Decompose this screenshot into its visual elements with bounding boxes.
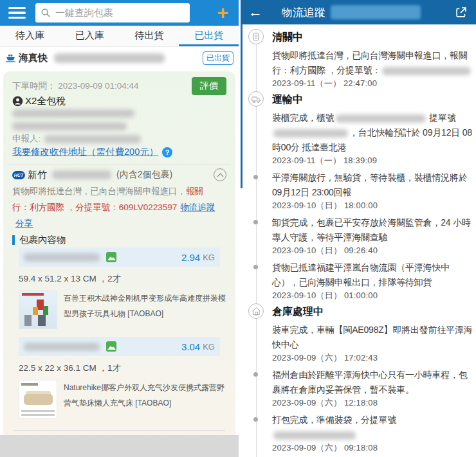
entry-text: 福州倉由於距離平潭海快中心只有一小時車程，包裹將在倉庫內妥善保管，暫不裝車。 — [272, 368, 473, 397]
menu-icon[interactable] — [8, 7, 26, 19]
timeline-entry: 卸貨完成，包裹已平安存放於海關監管倉，24 小時專人守護，等待平潭海關查驗202… — [272, 215, 473, 256]
entry-text: 裝櫃完成，櫃號 提單號 ，台北快輪預計於 09月12日 08時00分 抵達臺北港 — [272, 111, 473, 155]
tracking-panel: ← 物流追蹤 清關中貨物即將抵達台灣，已向台灣海關申報進口，報關行：利方國際 ，… — [241, 0, 476, 457]
package-count: (內含2個包裹) — [116, 169, 172, 181]
entry-timestamp: 2023-09-10（日） 01:00:00 — [272, 290, 473, 301]
photo-icon[interactable] — [106, 252, 116, 262]
entry-text: 貨物已抵達福建平潭嵐台物流園（平潭海快中心），已向海關申報出口，排隊等待卸貨 — [272, 260, 473, 290]
customs-doc-icon — [248, 29, 264, 44]
screen: 一鍵查詢包裹 + 待入庫已入庫待出貨已出貨 海真快 已出貨 下單時間： 2023… — [0, 0, 476, 457]
package-bar[interactable]: 2.94KG — [19, 247, 220, 267]
stage-title: 運輸中 — [272, 93, 468, 107]
package-bar[interactable]: 3.04KG — [19, 337, 220, 356]
entry-timestamp: 2023-09-11（一） 22:47:00 — [272, 78, 473, 89]
section-title: 包裹內容物 — [12, 233, 226, 246]
entry-timestamp: 2023-09-10（日） 09:26:40 — [272, 245, 473, 256]
rate-button[interactable]: 評價 — [192, 77, 226, 95]
back-icon[interactable]: ← — [248, 0, 262, 24]
list-background — [0, 435, 239, 457]
entry-text: 卸貨完成，包裹已平安存放於海關監管倉，24 小時專人守護，等待平潭海關查驗 — [272, 215, 473, 245]
tracking-link[interactable]: 物流追蹤 — [180, 202, 215, 212]
package-item: 3.04KG22.5 x 22 x 36.1 CM ，1才Naturehike挪… — [19, 337, 220, 418]
tracking-timeline: 清關中貨物即將抵達台灣，已向台灣海關申報進口，報關行：利方國際 ，分提單號：20… — [241, 24, 476, 457]
add-package-button[interactable]: + — [217, 3, 228, 22]
tab-4[interactable]: 已出貨 — [179, 26, 239, 46]
weight-unit: KG — [203, 342, 215, 352]
redacted-order-number — [54, 53, 165, 63]
redacted-text — [382, 67, 471, 75]
product-thumbnail[interactable] — [19, 291, 57, 329]
entry-timestamp: 2023-09-09（六） 12:18:08 — [272, 397, 473, 409]
tab-bar: 待入庫已入庫待出貨已出貨 — [0, 26, 239, 47]
entry-text: 裝車完成，車輛【閩AE098Z】即將出發前往平潭海快中心 — [272, 323, 473, 352]
carrier-row: HCT 新竹 (內含2個包裹) — [12, 168, 226, 182]
timeline-entry: 貨物即將抵達台灣，已向台灣海關申報進口，報關行：利方國際 ，分提單號：2023-… — [272, 48, 473, 89]
timeline-dot-icon — [253, 220, 258, 224]
redacted-text — [273, 129, 348, 138]
timeline-entry: 裝櫃完成，櫃號 提單號 ，台北快輪預計於 09月12日 08時00分 抵達臺北港… — [272, 111, 473, 166]
redacted-recipient-info — [12, 109, 226, 130]
order-time: 下單時間： 2023-09-09 01:04:44 — [12, 80, 139, 92]
timeline-entry: 裝車完成，車輛【閩AE098Z】即將出發前往平潭海快中心2023-09-09（六… — [272, 323, 473, 364]
stage-title: 倉庫處理中 — [272, 305, 468, 319]
product-title: Naturehike挪客户外双人充气沙发便携式露营野营气垫床懒人充气床 [TAO… — [64, 380, 226, 418]
timeline-stage: 運輸中裝櫃完成，櫃號 提單號 ，台北快輪預計於 09月12日 08時00分 抵達… — [272, 93, 468, 301]
search-icon — [41, 8, 51, 18]
stage-title: 清關中 — [272, 31, 468, 44]
package-weight: 3.04 — [181, 341, 200, 352]
collapse-circle-icon[interactable] — [214, 168, 226, 181]
tracking-title: 物流追蹤 — [282, 5, 325, 20]
redacted-text — [336, 114, 426, 123]
weight-unit: KG — [203, 253, 215, 262]
order-card: 下單時間： 2023-09-09 01:04:44 評價 X2全包稅 申報人: … — [3, 71, 235, 449]
shipment-header-row[interactable]: 海真快 已出貨 — [0, 47, 239, 69]
package-weight: 2.94 — [181, 252, 200, 263]
search-placeholder: 一鍵查詢包裹 — [55, 7, 113, 19]
carrier-brand-name: 海真快 — [19, 52, 48, 64]
redacted-tracking-number — [331, 5, 421, 19]
share-link[interactable]: 分享 — [15, 219, 33, 228]
change-address-link[interactable]: 我要修改收件地址（需付費200元） — [12, 146, 158, 158]
timeline-dot-icon — [253, 417, 258, 422]
warehouse-icon — [248, 303, 264, 319]
entry-text: 平潭海關放行，無驗貨，等待裝櫃，裝櫃情況將於09月12日 23:00回報 — [272, 170, 473, 200]
search-input[interactable]: 一鍵查詢包裹 — [35, 3, 190, 22]
product-thumbnail[interactable] — [19, 380, 57, 418]
timeline-dot-icon — [253, 175, 258, 179]
entry-timestamp: 2023-09-10（日） 18:00:00 — [272, 200, 473, 211]
redacted-package-number — [24, 343, 100, 351]
timeline-stage: 清關中貨物即將抵達台灣，已向台灣海關申報進口，報關行：利方國際 ，分提單號：20… — [272, 31, 468, 89]
entry-timestamp: 2023-09-09（六） 09:18:08 — [272, 442, 473, 454]
status-badge: 已出貨 — [203, 51, 233, 65]
carrier-name: 新竹 — [28, 169, 47, 181]
share-icon[interactable] — [454, 5, 468, 19]
tracking-header: ← 物流追蹤 — [241, 0, 476, 24]
top-bar: 一鍵查詢包裹 + — [0, 0, 239, 26]
ship-icon — [5, 53, 16, 63]
photo-icon[interactable] — [106, 341, 116, 352]
timeline-dot-icon — [253, 372, 258, 377]
entry-text: 打包完成，準備裝袋，分提單號 — [272, 413, 473, 442]
service-plan: X2全包稅 — [25, 95, 66, 107]
redacted-declarer — [44, 135, 141, 143]
scrollbar-thumb[interactable] — [241, 24, 243, 188]
timeline-dot-icon — [253, 265, 258, 269]
package-dimensions: 59.4 x 51.2 x 13 CM ，2才 — [19, 273, 220, 284]
entry-timestamp: 2023-09-09（六） 17:02:43 — [272, 352, 473, 364]
timeline-entry: 福州倉由於距離平潭海快中心只有一小時車程，包裹將在倉庫內妥善保管，暫不裝車。20… — [272, 368, 473, 409]
truck-icon — [248, 91, 264, 107]
user-icon — [12, 96, 23, 107]
package-dimensions: 22.5 x 22 x 36.1 CM ，1才 — [19, 363, 220, 373]
redacted-tracking — [52, 170, 111, 179]
timeline-entry: 打包完成，準備裝袋，分提單號2023-09-09（六） 09:18:08 — [272, 413, 473, 454]
help-icon[interactable]: ? — [162, 147, 172, 157]
tab-3[interactable]: 待出貨 — [120, 26, 179, 46]
package-item: 2.94KG59.4 x 51.2 x 13 CM ，2才百兽王积木战神金刚机甲… — [19, 247, 220, 329]
redacted-text — [273, 431, 356, 440]
timeline-entry: 平潭海關放行，無驗貨，等待裝櫃，裝櫃情況將於09月12日 23:00回報2023… — [272, 170, 473, 211]
tab-2[interactable]: 已入庫 — [60, 26, 120, 46]
hct-logo-icon: HCT — [12, 171, 25, 179]
tab-1[interactable]: 待入庫 — [0, 26, 60, 46]
timeline-stage: 倉庫處理中裝車完成，車輛【閩AE098Z】即將出發前往平潭海快中心2023-09… — [272, 305, 468, 454]
product-title: 百兽王积木战神金刚机甲变形成年高难度拼装模型男孩子玩具礼物 [TAOBAO] — [64, 291, 226, 329]
